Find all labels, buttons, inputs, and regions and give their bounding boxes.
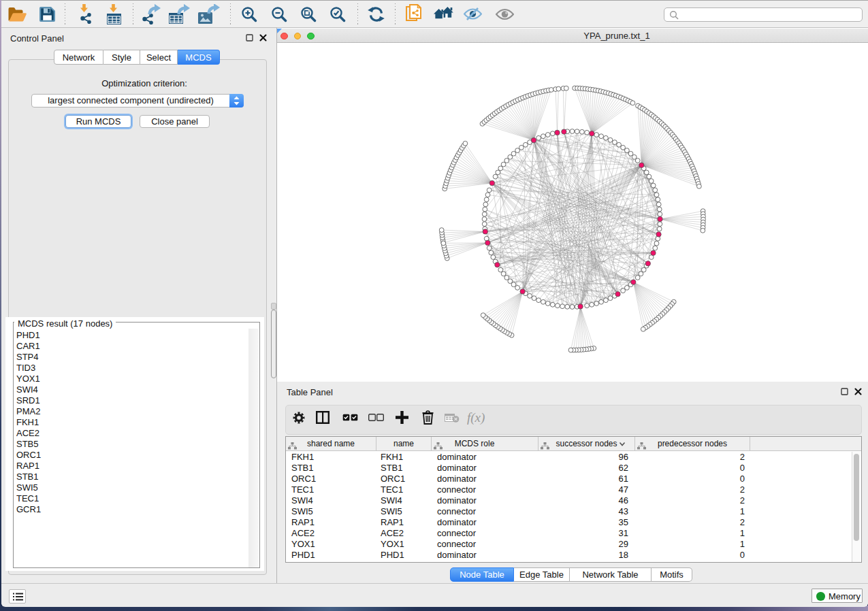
svg-text:f(x): f(x)	[467, 411, 485, 425]
